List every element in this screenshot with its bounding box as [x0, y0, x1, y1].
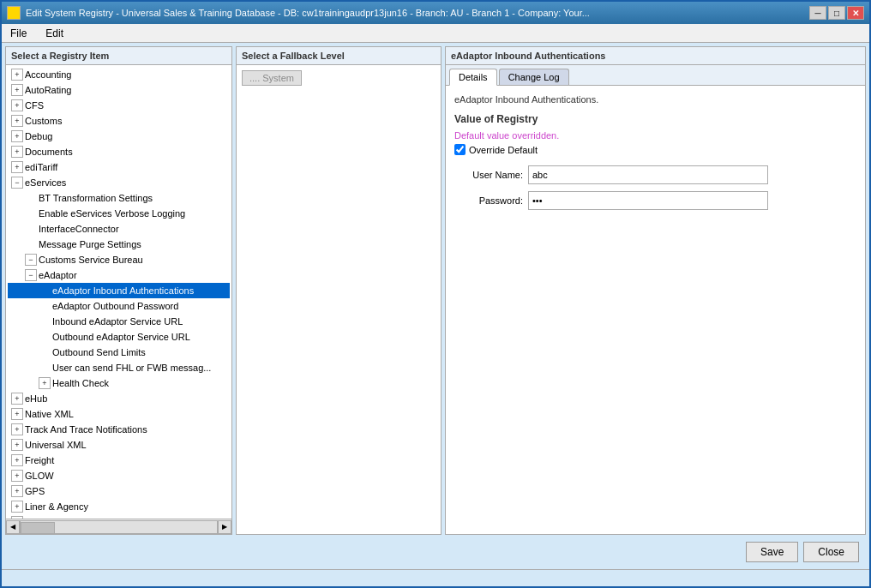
tree-item-track-and-trace[interactable]: +Track And Trace Notifications — [8, 422, 230, 437]
tree-item-label: Customs — [25, 114, 62, 128]
tree-item-autorating[interactable]: +AutoRating — [8, 82, 230, 98]
section-description: eAdaptor Inbound Authentications. — [454, 94, 856, 105]
expand-icon[interactable]: + — [11, 454, 23, 466]
tree-item-inbound-eadaptor-url[interactable]: Inbound eAdaptor Service URL — [8, 314, 230, 329]
expand-icon[interactable]: + — [11, 99, 23, 111]
tree-item-outbound-eadaptor-url[interactable]: Outbound eAdaptor Service URL — [8, 329, 230, 345]
minimize-button[interactable]: ─ — [809, 6, 826, 20]
expand-icon[interactable]: + — [11, 408, 23, 420]
tab-bar: Details Change Log — [446, 65, 865, 86]
tree-item-eservices[interactable]: −eServices — [8, 175, 230, 190]
tree-item-documents[interactable]: +Documents — [8, 144, 230, 159]
expand-icon[interactable]: + — [11, 485, 23, 497]
override-default-checkbox[interactable] — [454, 144, 466, 155]
registry-tree-panel: Select a Registry Item +Accounting+AutoR… — [5, 46, 232, 535]
expand-icon[interactable]: + — [11, 69, 23, 81]
tree-item-label: eServices — [25, 176, 66, 189]
tree-item-ehub[interactable]: +eHub — [8, 391, 230, 406]
tree-item-liner-agency[interactable]: +Liner & Agency — [8, 499, 230, 514]
file-menu[interactable]: File — [5, 26, 32, 41]
tree-item-bt-transformation[interactable]: BT Transformation Settings — [8, 190, 230, 206]
expand-icon[interactable]: + — [39, 377, 51, 389]
tree-item-label: AutoRating — [25, 83, 71, 97]
tree-item-accounting[interactable]: +Accounting — [8, 67, 230, 82]
tree-item-interfaceconnector[interactable]: InterfaceConnector — [8, 221, 230, 237]
tree-item-editariff[interactable]: +ediTariff — [8, 159, 230, 175]
tree-item-label: Native XML — [25, 407, 74, 421]
details-panel-header: eAdaptor Inbound Authentications — [446, 47, 865, 65]
tab-changelog[interactable]: Change Log — [499, 69, 569, 85]
tree-item-outbound-send-limits[interactable]: Outbound Send Limits — [8, 345, 230, 360]
save-button[interactable]: Save — [746, 542, 798, 562]
value-section-title: Value of Registry — [454, 113, 856, 125]
tree-item-cfs[interactable]: +CFS — [8, 98, 230, 113]
expand-icon[interactable]: + — [11, 161, 23, 173]
tree-item-label: Message Purge Settings — [39, 237, 141, 251]
close-button[interactable]: Close — [803, 542, 859, 562]
expand-icon[interactable]: + — [11, 115, 23, 127]
expand-icon[interactable]: + — [11, 130, 23, 142]
username-row: User Name: — [454, 165, 856, 184]
maximize-button[interactable]: □ — [828, 6, 845, 20]
tree-item-freight[interactable]: +Freight — [8, 453, 230, 468]
tree-item-label: Debug — [25, 129, 52, 143]
tree-item-eadaptor-outbound-pwd[interactable]: eAdaptor Outbound Password — [8, 298, 230, 314]
username-input[interactable] — [528, 165, 768, 184]
window-title: Edit System Registry - Universal Sales &… — [26, 8, 590, 18]
tree-item-label: GPS — [25, 484, 45, 498]
tree-item-label: InterfaceConnector — [39, 222, 119, 236]
tree-item-customs-service-bureau[interactable]: −Customs Service Bureau — [8, 252, 230, 267]
tree-item-health-check[interactable]: +Health Check — [8, 375, 230, 391]
edit-menu[interactable]: Edit — [40, 26, 69, 41]
tree-item-label: Customs Service Bureau — [39, 253, 143, 267]
tree-item-label: CFS — [25, 99, 44, 112]
expand-icon[interactable]: + — [11, 84, 23, 96]
tree-item-eadaptor-inbound-auth[interactable]: eAdaptor Inbound Authentications — [8, 283, 230, 298]
details-panel: eAdaptor Inbound Authentications Details… — [445, 46, 866, 535]
tree-item-eadaptor[interactable]: −eAdaptor — [8, 267, 230, 283]
override-default-label: Override Default — [469, 145, 538, 155]
expand-icon[interactable]: + — [11, 439, 23, 451]
scroll-thumb[interactable] — [21, 522, 55, 534]
tree-item-label: Health Check — [52, 376, 109, 390]
expand-icon[interactable]: + — [11, 146, 23, 158]
expand-icon[interactable]: + — [11, 393, 23, 405]
tree-item-label: Notification — [25, 515, 71, 519]
tree-item-glow[interactable]: +GLOW — [8, 468, 230, 483]
close-window-button[interactable]: ✕ — [847, 6, 864, 20]
tree-item-enable-eservices[interactable]: Enable eServices Verbose Logging — [8, 206, 230, 221]
title-bar: Edit System Registry - Universal Sales &… — [2, 2, 869, 24]
tree-item-label: GLOW — [25, 469, 54, 483]
tree-item-label: Liner & Agency — [25, 500, 88, 513]
horizontal-scrollbar[interactable]: ◀ ▶ — [6, 519, 231, 534]
tree-item-user-can-send-fhl[interactable]: User can send FHL or FWB messag... — [8, 360, 230, 375]
tree-item-native-xml[interactable]: +Native XML — [8, 406, 230, 422]
system-button[interactable]: .... System — [242, 70, 302, 86]
expand-icon[interactable]: + — [11, 470, 23, 482]
tree-content: +Accounting+AutoRating+CFS+Customs+Debug… — [6, 65, 231, 519]
expand-icon[interactable]: + — [11, 501, 23, 513]
tree-item-customs[interactable]: +Customs — [8, 113, 230, 129]
fallback-content: .... System — [237, 65, 441, 91]
collapse-icon[interactable]: − — [25, 254, 37, 266]
tree-item-gps[interactable]: +GPS — [8, 483, 230, 499]
password-label: Password: — [454, 195, 523, 206]
tree-scroll-container[interactable]: +Accounting+AutoRating+CFS+Customs+Debug… — [6, 65, 231, 519]
tree-item-message-purge[interactable]: Message Purge Settings — [8, 237, 230, 252]
expand-icon[interactable]: + — [11, 516, 23, 519]
collapse-icon[interactable]: − — [25, 269, 37, 281]
tree-item-notification[interactable]: +Notification — [8, 514, 230, 519]
tree-item-universal-xml[interactable]: +Universal XML — [8, 437, 230, 453]
scroll-right-button[interactable]: ▶ — [218, 520, 231, 534]
tab-details[interactable]: Details — [449, 69, 497, 86]
password-input[interactable] — [528, 191, 768, 210]
override-default-row: Override Default — [454, 144, 856, 155]
collapse-icon[interactable]: − — [11, 177, 23, 189]
tree-item-label: Freight — [25, 453, 54, 467]
menu-bar: File Edit — [2, 24, 869, 43]
expand-icon[interactable]: + — [11, 423, 23, 435]
scroll-left-button[interactable]: ◀ — [6, 520, 20, 534]
tree-item-label: Outbound Send Limits — [52, 345, 146, 359]
tree-item-label: Universal XML — [25, 438, 87, 452]
tree-item-debug[interactable]: +Debug — [8, 129, 230, 144]
